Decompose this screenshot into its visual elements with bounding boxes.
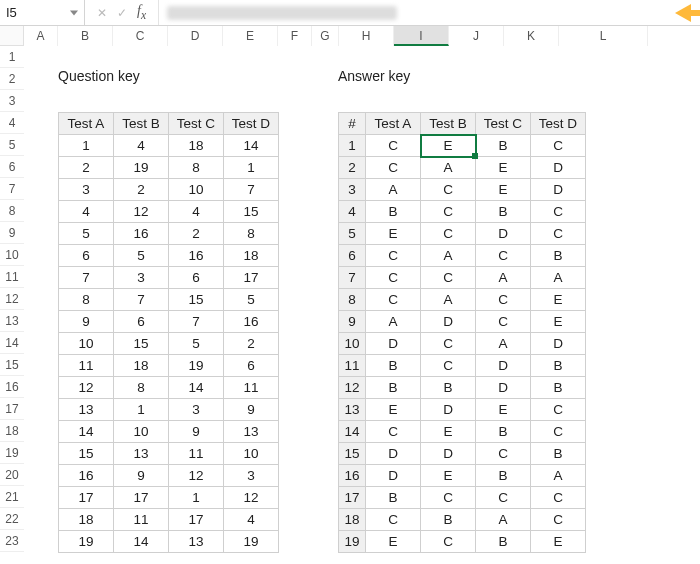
cell[interactable]: 2 xyxy=(224,333,279,355)
cell[interactable]: 4 xyxy=(169,201,224,223)
column-header-I[interactable]: I xyxy=(394,26,449,46)
cell[interactable]: 12 xyxy=(114,201,169,223)
cell[interactable]: D xyxy=(421,399,476,421)
cell[interactable]: 7 xyxy=(169,311,224,333)
cell[interactable]: 12 xyxy=(169,465,224,487)
cell[interactable]: 9 xyxy=(339,311,366,333)
cell[interactable]: E xyxy=(476,179,531,201)
cell[interactable]: 18 xyxy=(59,509,114,531)
cell[interactable]: 11 xyxy=(114,509,169,531)
cell[interactable]: C xyxy=(476,311,531,333)
cell[interactable]: 15 xyxy=(224,201,279,223)
cell[interactable]: D xyxy=(531,179,586,201)
cell[interactable]: 3 xyxy=(169,399,224,421)
cancel-icon[interactable]: ✕ xyxy=(97,6,107,20)
row-header-8[interactable]: 8 xyxy=(0,200,24,222)
cell[interactable]: 18 xyxy=(169,135,224,157)
cell[interactable]: C xyxy=(531,421,586,443)
cell[interactable]: 14 xyxy=(169,377,224,399)
column-header-J[interactable]: J xyxy=(449,26,504,46)
column-header-H[interactable]: H xyxy=(339,26,394,46)
cell[interactable]: C xyxy=(421,333,476,355)
cell[interactable]: 2 xyxy=(59,157,114,179)
row-header-19[interactable]: 19 xyxy=(0,442,24,464)
cell[interactable]: 13 xyxy=(339,399,366,421)
cell[interactable]: C xyxy=(366,157,421,179)
cell[interactable]: 10 xyxy=(169,179,224,201)
cell[interactable]: 13 xyxy=(224,421,279,443)
cell[interactable]: C xyxy=(366,289,421,311)
cell[interactable]: C xyxy=(531,487,586,509)
cell[interactable]: 15 xyxy=(339,443,366,465)
column-header-F[interactable]: F xyxy=(278,26,312,46)
cell[interactable]: 7 xyxy=(114,289,169,311)
cell[interactable]: A xyxy=(366,179,421,201)
cell[interactable]: B xyxy=(421,509,476,531)
row-header-9[interactable]: 9 xyxy=(0,222,24,244)
name-box[interactable]: I5 xyxy=(0,0,85,25)
cell[interactable]: A xyxy=(421,157,476,179)
cell[interactable]: A xyxy=(531,267,586,289)
table-header-cell[interactable]: Test A xyxy=(59,113,114,135)
cell[interactable]: 12 xyxy=(224,487,279,509)
cell[interactable]: 6 xyxy=(224,355,279,377)
cell[interactable]: 17 xyxy=(59,487,114,509)
row-header-3[interactable]: 3 xyxy=(0,90,24,112)
cell[interactable]: C xyxy=(421,531,476,553)
cell[interactable]: 13 xyxy=(169,531,224,553)
column-header-L[interactable]: L xyxy=(559,26,648,46)
cell[interactable]: 8 xyxy=(339,289,366,311)
table-header-cell[interactable]: Test B xyxy=(421,113,476,135)
table-header-cell[interactable]: Test C xyxy=(476,113,531,135)
cell[interactable]: 15 xyxy=(114,333,169,355)
column-header-D[interactable]: D xyxy=(168,26,223,46)
cell[interactable]: C xyxy=(366,267,421,289)
column-header-E[interactable]: E xyxy=(223,26,278,46)
cell[interactable]: 15 xyxy=(169,289,224,311)
cell[interactable]: 2 xyxy=(169,223,224,245)
cell[interactable]: 18 xyxy=(114,355,169,377)
fill-handle[interactable] xyxy=(472,153,478,159)
cell[interactable]: 11 xyxy=(169,443,224,465)
column-header-C[interactable]: C xyxy=(113,26,168,46)
row-header-7[interactable]: 7 xyxy=(0,178,24,200)
cell[interactable]: 8 xyxy=(59,289,114,311)
cell[interactable]: B xyxy=(366,377,421,399)
cell[interactable]: C xyxy=(421,223,476,245)
cell[interactable]: E xyxy=(476,157,531,179)
cell[interactable]: B xyxy=(531,377,586,399)
cell[interactable]: D xyxy=(366,443,421,465)
sheet-area[interactable]: Question key Answer key Test ATest BTest… xyxy=(24,46,700,564)
cell[interactable]: E xyxy=(531,289,586,311)
cell[interactable]: 3 xyxy=(224,465,279,487)
row-header-1[interactable]: 1 xyxy=(0,46,24,68)
cell[interactable]: 18 xyxy=(339,509,366,531)
cell[interactable]: B xyxy=(476,465,531,487)
cell[interactable]: A xyxy=(476,267,531,289)
cell[interactable]: E xyxy=(476,399,531,421)
column-header-G[interactable]: G xyxy=(312,26,339,46)
cell[interactable]: C xyxy=(421,487,476,509)
cell[interactable]: B xyxy=(476,531,531,553)
cell[interactable]: 6 xyxy=(339,245,366,267)
row-header-18[interactable]: 18 xyxy=(0,420,24,442)
cell[interactable]: 10 xyxy=(59,333,114,355)
cell[interactable]: 3 xyxy=(114,267,169,289)
cell[interactable]: E xyxy=(531,311,586,333)
cell[interactable]: C xyxy=(476,245,531,267)
cell[interactable]: 18 xyxy=(224,245,279,267)
cell[interactable]: C xyxy=(531,223,586,245)
cell[interactable]: 12 xyxy=(59,377,114,399)
cell[interactable]: C xyxy=(421,267,476,289)
cell[interactable]: 1 xyxy=(224,157,279,179)
row-header-2[interactable]: 2 xyxy=(0,68,24,90)
cell[interactable]: C xyxy=(476,289,531,311)
select-all-corner[interactable] xyxy=(0,26,24,46)
cell[interactable]: 19 xyxy=(59,531,114,553)
cell[interactable]: 16 xyxy=(59,465,114,487)
row-header-4[interactable]: 4 xyxy=(0,112,24,134)
cell[interactable]: 17 xyxy=(114,487,169,509)
cell[interactable]: D xyxy=(421,443,476,465)
cell[interactable]: C xyxy=(421,179,476,201)
row-header-12[interactable]: 12 xyxy=(0,288,24,310)
